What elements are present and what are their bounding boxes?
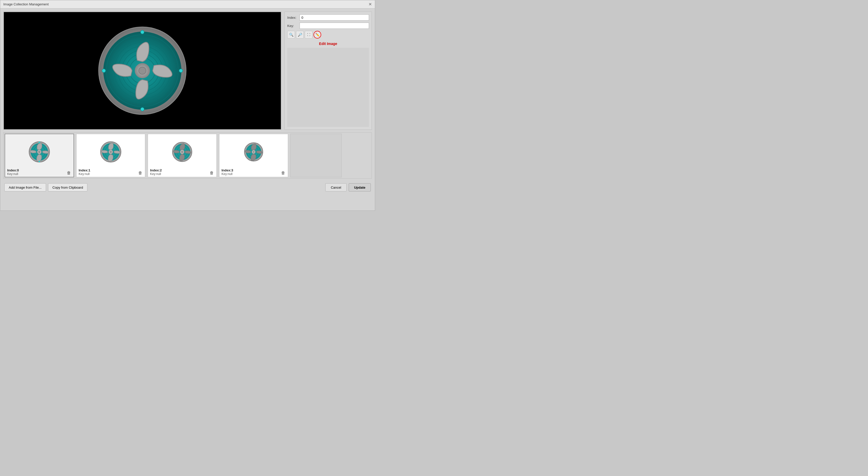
right-panel: Index: Key: 🔍 🔎 ⛶ xyxy=(284,11,372,130)
svg-point-14 xyxy=(179,69,183,72)
right-panel-content xyxy=(287,48,369,127)
zoom-in-button[interactable]: 🔍 xyxy=(287,31,295,38)
edit-pencil-icon: ✏️ xyxy=(315,33,320,37)
thumb-svg-1 xyxy=(95,140,126,163)
thumbnail-footer-3: Index:3 Key:null 🗑 xyxy=(221,167,286,176)
footer-right: Cancel Update xyxy=(325,183,371,191)
thumbnail-info-2: Index:2 Key:null xyxy=(150,168,162,176)
delete-button-0[interactable]: 🗑 xyxy=(66,170,71,176)
preview-svg xyxy=(75,21,209,121)
preview-image xyxy=(4,12,281,129)
index-label: Index: xyxy=(287,16,298,20)
index-input[interactable] xyxy=(300,14,369,21)
delete-button-3[interactable]: 🗑 xyxy=(281,170,286,176)
svg-point-11 xyxy=(141,30,144,34)
zoom-in-icon: 🔍 xyxy=(289,33,293,37)
svg-point-13 xyxy=(102,69,105,72)
main-window: Image Collection Management ✕ xyxy=(0,0,375,211)
thumbnail-img-0 xyxy=(25,136,54,167)
thumbnail-footer-2: Index:2 Key:null 🗑 xyxy=(150,167,214,176)
fit-button[interactable]: ⛶ xyxy=(305,31,312,38)
key-input[interactable] xyxy=(300,23,369,29)
thumbnail-img-2 xyxy=(168,136,196,167)
preview-area xyxy=(3,11,281,130)
delete-button-2[interactable]: 🗑 xyxy=(209,170,214,176)
top-section: Index: Key: 🔍 🔎 ⛶ xyxy=(3,11,372,130)
footer-left: Add Image from File... Copy from Clipboa… xyxy=(4,183,87,191)
thumbnail-item-2[interactable]: Index:2 Key:null 🗑 xyxy=(148,133,217,177)
add-image-button[interactable]: Add Image from File... xyxy=(4,183,46,191)
svg-point-21 xyxy=(38,142,40,143)
thumb-index-3: Index:3 xyxy=(221,168,233,172)
thumb-svg-2 xyxy=(168,140,196,163)
thumb-key-1: Key:null xyxy=(79,172,90,176)
zoom-out-icon: 🔎 xyxy=(298,33,302,37)
thumb-index-1: Index:1 xyxy=(79,168,90,172)
svg-point-22 xyxy=(38,161,40,162)
thumbnail-item-3[interactable]: Index:3 Key:null 🗑 xyxy=(219,133,288,177)
title-bar: Image Collection Management ✕ xyxy=(0,0,375,8)
footer: Add Image from File... Copy from Clipboa… xyxy=(3,181,372,192)
thumbnail-info-1: Index:1 Key:null xyxy=(79,168,90,176)
thumbnail-img-3 xyxy=(241,136,267,167)
thumbnail-info-0: Index:0 Key:null xyxy=(7,168,19,176)
fit-icon: ⛶ xyxy=(307,33,310,36)
svg-point-10 xyxy=(139,67,146,74)
thumb-svg-0 xyxy=(25,140,54,163)
thumb-key-3: Key:null xyxy=(221,172,233,176)
delete-button-1[interactable]: 🗑 xyxy=(138,170,143,176)
thumbnail-section: Index:0 Key:null 🗑 xyxy=(3,132,372,179)
thumbnail-empty-slot xyxy=(290,133,342,177)
thumbnail-img-1 xyxy=(95,136,126,167)
thumbnail-item-0[interactable]: Index:0 Key:null 🗑 xyxy=(5,133,74,177)
thumb-index-2: Index:2 xyxy=(150,168,162,172)
close-button[interactable]: ✕ xyxy=(369,2,372,6)
main-content: Index: Key: 🔍 🔎 ⛶ xyxy=(0,8,375,210)
svg-point-34 xyxy=(181,151,183,153)
key-field-row: Key: xyxy=(287,23,369,29)
thumb-key-2: Key:null xyxy=(150,172,162,176)
svg-point-40 xyxy=(253,151,254,153)
thumb-svg-3 xyxy=(241,140,267,163)
update-button[interactable]: Update xyxy=(349,183,371,191)
thumb-key-0: Key:null xyxy=(7,172,19,176)
svg-point-12 xyxy=(141,108,144,111)
cancel-button[interactable]: Cancel xyxy=(325,183,346,191)
thumbnail-footer-0: Index:0 Key:null 🗑 xyxy=(7,167,71,176)
thumb-index-0: Index:0 xyxy=(7,168,19,172)
zoom-out-button[interactable]: 🔎 xyxy=(296,31,304,38)
window-title: Image Collection Management xyxy=(3,2,49,6)
edit-image-label: Edit Image xyxy=(287,42,369,46)
svg-point-20 xyxy=(38,151,40,153)
index-field-row: Index: xyxy=(287,14,369,21)
copy-clipboard-button[interactable]: Copy from Clipboard xyxy=(48,183,87,191)
edit-button[interactable]: ✏️ xyxy=(313,31,321,38)
thumbnail-footer-1: Index:1 Key:null 🗑 xyxy=(79,167,143,176)
key-label: Key: xyxy=(287,24,298,28)
thumbnail-info-3: Index:3 Key:null xyxy=(221,168,233,176)
toolbar-row: 🔍 🔎 ⛶ ✏️ xyxy=(287,31,369,38)
svg-point-28 xyxy=(110,151,112,153)
thumbnail-item-1[interactable]: Index:1 Key:null 🗑 xyxy=(76,133,146,177)
